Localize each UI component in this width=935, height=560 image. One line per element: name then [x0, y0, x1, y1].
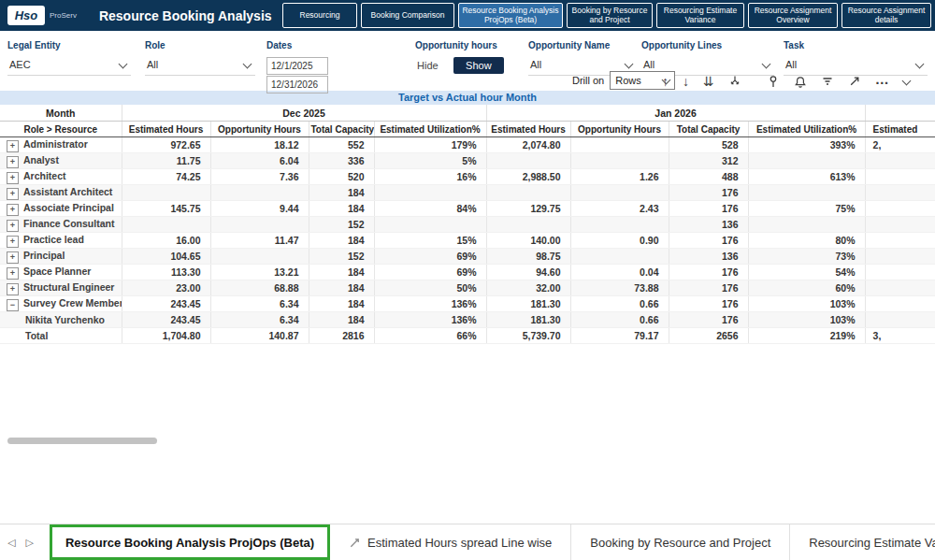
chevron-down-icon[interactable]: [901, 76, 911, 85]
expand-icon[interactable]: +: [7, 156, 19, 168]
role-dropdown[interactable]: All: [145, 56, 255, 76]
value-cell: 84%: [374, 201, 486, 217]
row-label: Administrator: [23, 138, 88, 150]
value-cell: 176: [669, 296, 748, 312]
value-cell: 2816: [309, 328, 374, 344]
page-tab-estimated-hours-spread-line-wise[interactable]: Estimated Hours spread Line wise: [330, 524, 571, 560]
value-cell: 184: [309, 265, 374, 280]
value-cell: 6.04: [210, 153, 309, 169]
value-cell: 176: [669, 265, 748, 280]
nav-resourcing[interactable]: Resourcing: [282, 3, 357, 28]
value-cell: 2.43: [570, 201, 669, 217]
more-options-icon[interactable]: …: [875, 73, 889, 86]
value-cell: 219%: [748, 328, 865, 344]
row-label: Nikita Yurchenko: [25, 314, 105, 325]
row-header-cell: +Analyst: [0, 153, 122, 169]
expand-icon[interactable]: +: [7, 283, 19, 295]
value-cell: 552: [309, 137, 374, 153]
value-cell: 113.30: [122, 265, 210, 280]
collapse-icon[interactable]: −: [7, 299, 19, 311]
drill-up-icon[interactable]: ↑: [662, 75, 669, 88]
value-cell: [486, 185, 570, 201]
expand-icon[interactable]: +: [7, 220, 19, 232]
role-value: All: [147, 59, 158, 70]
pin-icon[interactable]: [767, 75, 780, 88]
date-end-input[interactable]: 12/31/2026: [266, 76, 328, 93]
row-header-cell: +Associate Principal: [0, 201, 122, 217]
row-label: Associate Principal: [23, 202, 114, 213]
value-cell: 0.66: [570, 296, 669, 312]
value-cell: 520: [309, 169, 374, 185]
legal-entity-dropdown[interactable]: AEC: [7, 56, 131, 76]
month-group-partial: [865, 105, 935, 122]
nav-booking-comparison[interactable]: Booking Comparison: [361, 3, 454, 28]
drill-down-icon[interactable]: ↓: [683, 75, 689, 88]
col-total-capacity: Total Capacity: [669, 122, 748, 137]
expand-icon[interactable]: +: [7, 172, 19, 184]
value-cell: 54%: [748, 265, 865, 280]
value-cell: 5,739.70: [486, 328, 570, 344]
value-cell: 104.65: [122, 249, 210, 265]
value-cell: 2656: [669, 328, 748, 344]
value-cell: 152: [309, 217, 374, 233]
filter-icon[interactable]: [821, 75, 834, 88]
page-tabs: Resource Booking Analysis ProjOps (Beta)…: [50, 524, 935, 560]
value-cell: [374, 217, 486, 233]
filter-dates: Dates 12/1/2025 12/31/2026: [266, 40, 397, 93]
spread-icon: [349, 537, 361, 549]
table-row: +Assistant Architect184176: [0, 185, 935, 201]
value-cell: 184: [309, 233, 374, 249]
hide-button[interactable]: Hide: [417, 60, 439, 71]
value-cell: 184: [309, 280, 374, 296]
value-cell: 60%: [748, 280, 865, 296]
expand-next-level-icon[interactable]: ⇊: [703, 75, 714, 88]
nav-resourcing-estimate-variance[interactable]: Resourcing Estimate Variance: [656, 3, 744, 28]
nav-booking-by-resource-and-project[interactable]: Booking by Resource and Project: [567, 3, 653, 28]
value-cell: 140.00: [486, 233, 570, 249]
value-cell: 0.90: [570, 233, 669, 249]
col-total-capacity: Total Capacity: [309, 122, 374, 137]
drill-on-control: Drill on Rows: [572, 71, 675, 90]
month-header: Month: [0, 105, 122, 122]
row-header-cell: Total: [0, 328, 122, 344]
expand-icon[interactable]: +: [7, 188, 19, 200]
value-cell: 103%: [748, 312, 865, 328]
row-header-cell: Nikita Yurchenko: [0, 312, 122, 328]
row-header: Role > Resource: [0, 122, 122, 137]
value-cell: 73.88: [570, 280, 669, 296]
expand-icon[interactable]: +: [7, 236, 19, 248]
show-button[interactable]: Show: [453, 57, 504, 74]
nav-resource-assignment-details[interactable]: Resource Assignment details: [842, 3, 931, 28]
date-start-input[interactable]: 12/1/2025: [266, 57, 328, 75]
focus-mode-icon[interactable]: [848, 75, 861, 88]
value-cell: [374, 185, 486, 201]
chevron-down-icon: [915, 59, 925, 68]
top-header: Hso ProServ Resource Booking Analysis Re…: [0, 0, 935, 31]
chevron-down-icon: [762, 59, 771, 68]
value-cell: 13.21: [210, 265, 309, 280]
expand-icon[interactable]: +: [7, 251, 19, 264]
horizontal-scrollbar[interactable]: [7, 438, 157, 444]
col-estimated-utilization: Estimated Utilization%: [374, 122, 486, 137]
value-cell: 179%: [374, 137, 486, 153]
value-cell: 176: [669, 280, 748, 296]
table-row: −Survey Crew Member243.456.34184136%181.…: [0, 296, 935, 312]
prev-page-arrow[interactable]: ◁: [5, 537, 18, 549]
expand-icon[interactable]: +: [7, 204, 19, 216]
page-tab-booking-by-resource-and-project[interactable]: Booking by Resource and Project: [571, 524, 790, 560]
page-tab-resourcing-estimate-variance[interactable]: Resourcing Estimate Variance: [790, 524, 935, 560]
value-cell: [570, 137, 669, 153]
row-header-cell: +Finance Consultant: [0, 217, 122, 233]
expand-icon[interactable]: +: [7, 267, 19, 280]
table-row: +Principal104.6515269%98.7513673%: [0, 249, 935, 265]
next-page-arrow[interactable]: ▷: [22, 537, 36, 549]
value-cell: 176: [669, 312, 748, 328]
value-cell: 11.75: [122, 153, 210, 169]
expand-icon[interactable]: +: [7, 140, 19, 152]
nav-resource-booking-analysis-projops-beta[interactable]: Resource Booking Analysis ProjOps (Beta): [458, 3, 563, 28]
page-tab-resource-booking-analysis-projops-beta[interactable]: Resource Booking Analysis ProjOps (Beta): [50, 524, 330, 560]
dates-label: Dates: [266, 40, 397, 50]
alert-icon[interactable]: [794, 75, 807, 88]
nav-resource-assignment-overview[interactable]: Resource Assignment Overview: [748, 3, 838, 28]
expand-all-icon[interactable]: [728, 75, 741, 88]
